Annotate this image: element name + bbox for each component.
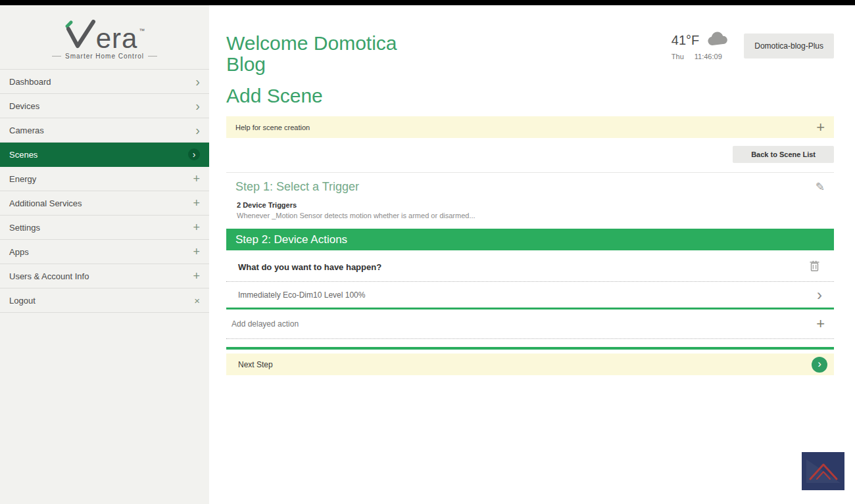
sidebar-item-label: Users & Account Info	[9, 271, 89, 281]
sidebar-item-label: Logout	[9, 296, 36, 306]
add-delayed-action-row[interactable]: Add delayed action +	[226, 309, 834, 339]
sidebar-item-cameras[interactable]: Cameras ›	[0, 118, 209, 143]
scroll-to-top-button[interactable]	[802, 452, 844, 490]
help-for-scene-creation-bar[interactable]: Help for scene creation +	[226, 116, 834, 138]
controller-selector-button[interactable]: Domotica-blog-Plus	[744, 34, 834, 58]
chevron-right-icon: ›	[195, 99, 200, 112]
welcome-heading: Welcome Domotica Blog	[226, 33, 407, 74]
sidebar-item-users-account-info[interactable]: Users & Account Info +	[0, 264, 209, 288]
step1-title: Step 1: Select a Trigger	[235, 180, 359, 194]
expand-plus-icon[interactable]: +	[816, 120, 825, 135]
sidebar-item-additional-services[interactable]: Additional Services +	[0, 191, 209, 216]
chevron-right-icon: ›	[817, 288, 822, 301]
immediate-action-row[interactable]: Immediately Eco-Dim10 Level 100% ›	[226, 282, 834, 309]
plus-icon: +	[193, 270, 200, 282]
sidebar-item-dashboard[interactable]: Dashboard ›	[0, 70, 209, 94]
trademark-symbol: ™	[139, 28, 145, 34]
sidebar-item-label: Dashboard	[9, 77, 51, 87]
sidebar-item-devices[interactable]: Devices ›	[0, 94, 209, 118]
add-delayed-label: Add delayed action	[232, 319, 299, 329]
chevron-right-circle-icon: ›	[188, 149, 200, 160]
action-label: Immediately Eco-Dim10 Level 100%	[238, 290, 365, 300]
plus-icon: +	[193, 197, 200, 209]
close-icon: ×	[194, 296, 200, 306]
sidebar-item-label: Apps	[9, 247, 29, 257]
trigger-description: Whenever _Motion Sensor detects motion w…	[237, 212, 825, 219]
sidebar-item-label: Scenes	[9, 150, 37, 160]
edit-pencil-icon[interactable]: ✎	[816, 181, 825, 193]
main-content: Welcome Domotica Blog 41°F Thu 11:46:09	[209, 5, 855, 504]
sidebar: era ™ Smarter Home Control Dashboard › D…	[0, 5, 209, 504]
step2-header-bar: Step 2: Device Actions	[226, 229, 834, 250]
plus-icon: +	[193, 173, 200, 185]
question-label: What do you want to have happen?	[238, 262, 381, 272]
chevron-right-icon: ›	[195, 75, 200, 88]
trigger-summary-block: 2 Device Triggers Whenever _Motion Senso…	[226, 200, 834, 229]
step1-section: Step 1: Select a Trigger ✎ 2 Device Trig…	[226, 172, 834, 229]
logo-tagline: Smarter Home Control	[52, 53, 157, 60]
help-bar-label: Help for scene creation	[235, 124, 310, 131]
next-step-label: Next Step	[238, 360, 273, 369]
plus-icon: +	[193, 221, 200, 233]
sidebar-item-apps[interactable]: Apps +	[0, 240, 209, 264]
logo-wordmark: era	[96, 26, 138, 51]
vera-check-icon	[64, 20, 96, 51]
page-title: Add Scene	[226, 85, 834, 107]
temperature-value: 41°F	[672, 33, 699, 48]
sidebar-item-label: Additional Services	[9, 198, 82, 208]
sidebar-item-logout[interactable]: Logout ×	[0, 288, 209, 313]
sidebar-item-scenes[interactable]: Scenes ›	[0, 143, 209, 167]
sidebar-item-label: Cameras	[9, 126, 44, 135]
sidebar-item-label: Settings	[9, 223, 40, 233]
sidebar-menu: Dashboard › Devices › Cameras › Scenes ›…	[0, 69, 209, 313]
top-black-bar	[0, 0, 855, 5]
weather-widget: 41°F Thu 11:46:09	[672, 32, 729, 60]
weather-day: Thu	[672, 53, 684, 60]
device-action-question-row: What do you want to have happen?	[226, 250, 834, 282]
chevron-right-circle-icon: ›	[812, 357, 827, 373]
header-right: 41°F Thu 11:46:09 Domotica-blog-Plus	[672, 32, 834, 60]
vera-logo: era ™ Smarter Home Control	[0, 5, 209, 69]
green-divider	[226, 347, 834, 350]
back-to-scene-list-button[interactable]: Back to Scene List	[733, 146, 834, 163]
chevron-right-icon: ›	[195, 124, 200, 137]
sidebar-item-settings[interactable]: Settings +	[0, 216, 209, 240]
sidebar-item-energy[interactable]: Energy +	[0, 167, 209, 191]
plus-icon: +	[816, 317, 825, 331]
step2-title: Step 2: Device Actions	[235, 233, 347, 246]
trigger-count: 2 Device Triggers	[237, 201, 825, 209]
sidebar-item-label: Energy	[9, 174, 36, 184]
trash-icon[interactable]	[810, 260, 819, 273]
sidebar-item-label: Devices	[9, 101, 39, 111]
cloud-icon	[706, 32, 729, 49]
plus-icon: +	[193, 246, 200, 258]
clock-time: 11:46:09	[695, 53, 722, 60]
next-step-button[interactable]: Next Step ›	[226, 354, 834, 375]
